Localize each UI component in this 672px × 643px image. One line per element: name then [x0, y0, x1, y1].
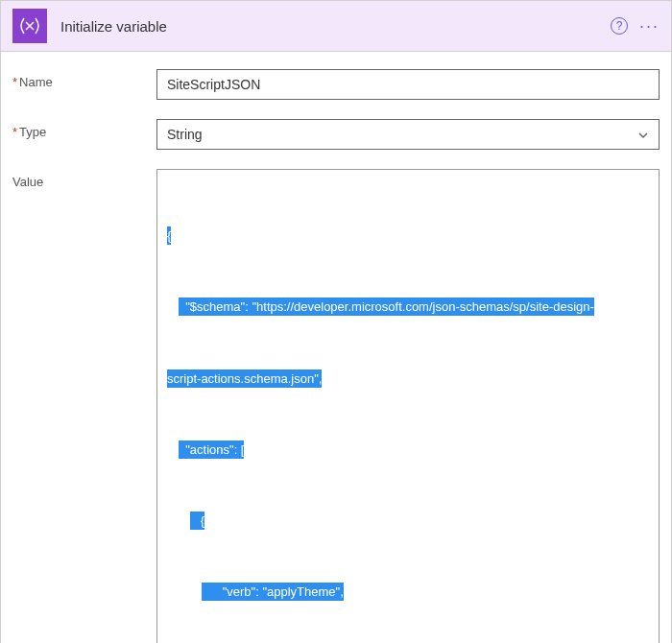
chevron-down-icon: [637, 129, 649, 140]
name-input[interactable]: [156, 69, 660, 100]
card-body: *Name *Type String Value {: [1, 52, 671, 643]
json-code: { "$schema": "https://developer.microsof…: [159, 178, 659, 643]
initialize-variable-card: Initialize variable ? ··· *Name *Type St…: [0, 0, 672, 643]
variable-icon: [12, 9, 47, 43]
type-select[interactable]: String: [156, 119, 660, 150]
card-header[interactable]: Initialize variable ? ···: [1, 1, 671, 52]
help-icon[interactable]: ?: [611, 17, 628, 35]
value-label: Value: [12, 169, 156, 189]
type-selected-value: String: [167, 127, 203, 142]
card-title: Initialize variable: [60, 18, 611, 35]
type-label: *Type: [12, 119, 156, 139]
name-label: *Name: [12, 69, 156, 89]
value-input[interactable]: { "$schema": "https://developer.microsof…: [156, 169, 660, 643]
more-icon[interactable]: ···: [639, 16, 660, 36]
